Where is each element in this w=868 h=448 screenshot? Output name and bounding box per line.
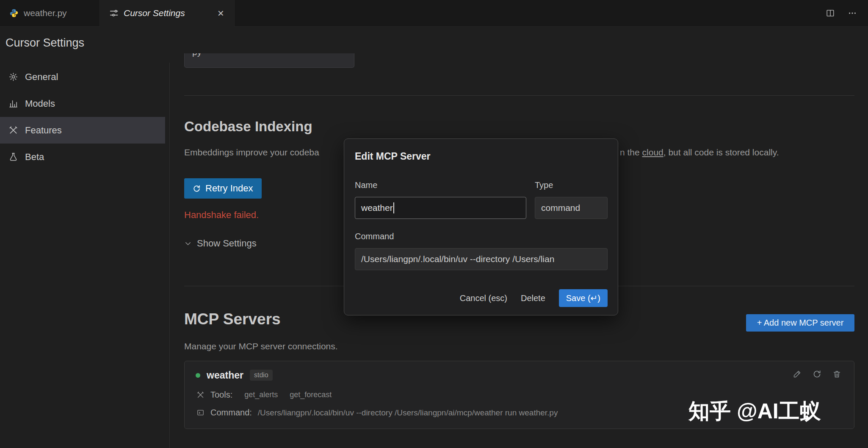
close-icon[interactable]: × — [217, 8, 225, 19]
name-input[interactable]: weather — [355, 197, 526, 219]
tab-cursor-settings[interactable]: Cursor Settings × — [100, 0, 235, 27]
tools-icon — [8, 125, 18, 135]
delete-button[interactable]: Delete — [521, 293, 545, 303]
codebase-indexing-heading: Codebase Indexing — [184, 119, 312, 135]
sidebar-item-general[interactable]: General — [0, 64, 165, 90]
server-transport-badge: stdio — [250, 370, 273, 381]
tools-label: Tools: — [210, 390, 232, 400]
modal-buttons: Cancel (esc) Delete Save (↵) — [460, 289, 608, 307]
tool-name: get_alerts — [244, 390, 278, 399]
tab-label: Cursor Settings — [124, 8, 185, 18]
page-title: Cursor Settings — [6, 36, 84, 50]
retry-index-label: Retry Index — [205, 183, 253, 194]
refresh-icon — [193, 185, 201, 193]
sidebar-item-label: Models — [25, 98, 55, 109]
chevron-down-icon — [184, 240, 192, 247]
desc-text: n the — [620, 147, 642, 157]
type-select[interactable]: command — [535, 197, 608, 219]
cancel-button[interactable]: Cancel (esc) — [460, 293, 507, 303]
server-name: weather — [207, 370, 243, 381]
sidebar-item-label: Beta — [25, 152, 44, 163]
retry-index-button[interactable]: Retry Index — [184, 178, 262, 199]
sidebar-item-features[interactable]: Features — [0, 117, 165, 144]
save-button[interactable]: Save (↵) — [559, 289, 608, 307]
add-mcp-server-button[interactable]: + Add new MCP server — [746, 314, 854, 332]
codebase-description-right: n the cloud, but all code is stored loca… — [620, 147, 779, 158]
flask-icon — [8, 152, 18, 162]
mcp-servers-heading: MCP Servers — [184, 310, 281, 328]
watermark-text: 知乎 @AI工蚁 — [688, 397, 821, 426]
python-file-icon — [9, 8, 19, 18]
bar-chart-icon — [8, 99, 18, 108]
desc-text: , but all code is stored locally. — [663, 147, 779, 157]
show-settings-toggle[interactable]: Show Settings — [184, 238, 257, 249]
settings-sidebar: General Models Features Beta — [0, 64, 169, 170]
sidebar-item-label: Features — [25, 125, 62, 136]
text-cursor — [393, 202, 394, 213]
name-label: Name — [355, 180, 377, 190]
more-actions-icon[interactable] — [848, 8, 857, 18]
mcp-manage-text: Manage your MCP server connections. — [184, 341, 338, 351]
editor-tab-bar: weather.py Cursor Settings × — [0, 0, 868, 27]
editor-actions — [826, 0, 868, 26]
tool-name: get_forecast — [290, 390, 332, 399]
server-command-row: Command: /Users/liangpn/.local/bin/uv --… — [196, 408, 558, 418]
tab-label: weather.py — [24, 8, 67, 18]
section-divider — [184, 95, 854, 96]
clipped-dropdown[interactable]: py — [184, 53, 354, 68]
command-path: /Users/liangpn/.local/bin/uv --directory… — [258, 408, 558, 418]
sidebar-item-label: General — [25, 72, 58, 83]
edit-pencil-icon[interactable] — [793, 370, 802, 379]
command-input[interactable]: /Users/liangpn/.local/bin/uv --directory… — [355, 248, 608, 270]
type-label: Type — [535, 180, 553, 190]
tab-weather-py[interactable]: weather.py — [0, 0, 100, 26]
sidebar-divider — [169, 63, 170, 448]
sidebar-item-models[interactable]: Models — [0, 90, 165, 117]
terminal-window-icon — [196, 409, 205, 417]
cloud-link[interactable]: cloud — [642, 147, 663, 157]
edit-mcp-server-modal: Edit MCP Server Name Type weather comman… — [344, 138, 618, 315]
command-label: Command — [355, 232, 394, 241]
gear-icon — [8, 72, 18, 82]
server-status-dot — [196, 373, 200, 378]
server-header-row: weather stdio — [196, 368, 273, 382]
refresh-icon[interactable] — [813, 370, 821, 379]
handshake-error-text: Handshake failed. — [184, 210, 259, 221]
split-editor-icon[interactable] — [826, 8, 835, 18]
name-input-value: weather — [361, 203, 393, 213]
tools-icon — [196, 391, 205, 399]
trash-icon[interactable] — [832, 370, 841, 379]
server-actions — [793, 370, 841, 379]
sidebar-item-beta[interactable]: Beta — [0, 144, 165, 170]
clipped-dropdown-text: py — [192, 53, 354, 57]
codebase-description-left: Embeddings improve your codeba — [184, 147, 319, 158]
cursor-settings-window: weather.py Cursor Settings × Cursor Sett… — [0, 0, 868, 448]
modal-title: Edit MCP Server — [355, 151, 431, 162]
command-label: Command: — [210, 408, 252, 418]
show-settings-label: Show Settings — [197, 238, 257, 249]
server-tools-row: Tools: get_alerts get_forecast — [196, 390, 332, 400]
settings-sliders-icon — [109, 8, 119, 18]
